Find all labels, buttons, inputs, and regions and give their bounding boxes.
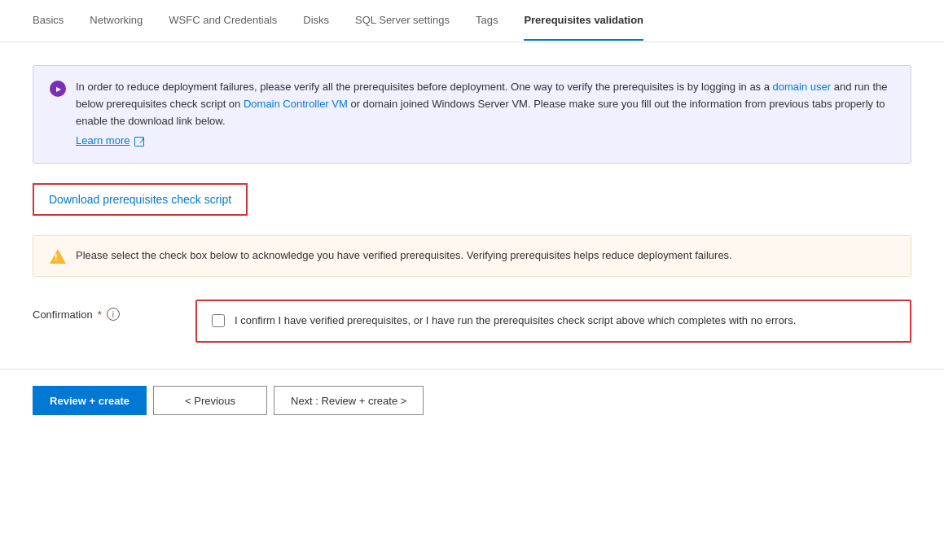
- warning-box: Please select the check box below to ack…: [33, 235, 911, 277]
- tab-sql-server[interactable]: SQL Server settings: [355, 1, 450, 41]
- download-prerequisites-button[interactable]: Download prerequisites check script: [33, 183, 248, 216]
- info-rocket-icon: [50, 81, 66, 97]
- learn-more-label: Learn more: [76, 133, 130, 150]
- info-box-text: In order to reduce deployment failures, …: [76, 79, 894, 150]
- domain-user-link[interactable]: domain user: [773, 81, 832, 93]
- confirmation-label-group: Confirmation * i: [33, 300, 195, 321]
- review-create-button[interactable]: Review + create: [33, 386, 147, 415]
- warning-text: Please select the check box below to ack…: [76, 247, 732, 265]
- info-tooltip-icon[interactable]: i: [107, 308, 120, 321]
- tab-disks[interactable]: Disks: [303, 1, 329, 41]
- tab-wsfc[interactable]: WSFC and Credentials: [169, 1, 277, 41]
- tab-basics[interactable]: Basics: [33, 1, 64, 41]
- confirmation-checkbox-wrapper[interactable]: [212, 314, 225, 330]
- domain-controller-link[interactable]: Domain Controller VM: [244, 98, 348, 110]
- warning-icon: [50, 248, 66, 265]
- confirmation-text: I confirm I have verified prerequisites,…: [235, 313, 796, 330]
- tab-prerequisites[interactable]: Prerequisites validation: [524, 1, 643, 41]
- learn-more-link[interactable]: Learn more: [76, 133, 144, 150]
- tab-networking[interactable]: Networking: [90, 1, 143, 41]
- tab-tags[interactable]: Tags: [476, 1, 498, 41]
- top-navigation: Basics Networking WSFC and Credentials D…: [0, 0, 944, 42]
- confirmation-box: I confirm I have verified prerequisites,…: [195, 300, 911, 343]
- confirmation-section: Confirmation * i I confirm I have verifi…: [33, 300, 911, 343]
- footer-divider: [0, 369, 944, 370]
- previous-button[interactable]: < Previous: [153, 386, 267, 415]
- info-box-message: In order to reduce deployment failures, …: [76, 81, 888, 127]
- external-link-icon: [134, 137, 144, 147]
- confirmation-checkbox[interactable]: [212, 314, 225, 327]
- footer-buttons: Review + create < Previous Next : Review…: [33, 386, 911, 415]
- next-button[interactable]: Next : Review + create >: [274, 386, 424, 415]
- info-box: In order to reduce deployment failures, …: [33, 65, 911, 164]
- main-content: In order to reduce deployment failures, …: [0, 42, 944, 431]
- required-indicator: *: [98, 308, 102, 321]
- confirmation-label: Confirmation: [33, 308, 93, 321]
- warning-triangle: [50, 249, 66, 264]
